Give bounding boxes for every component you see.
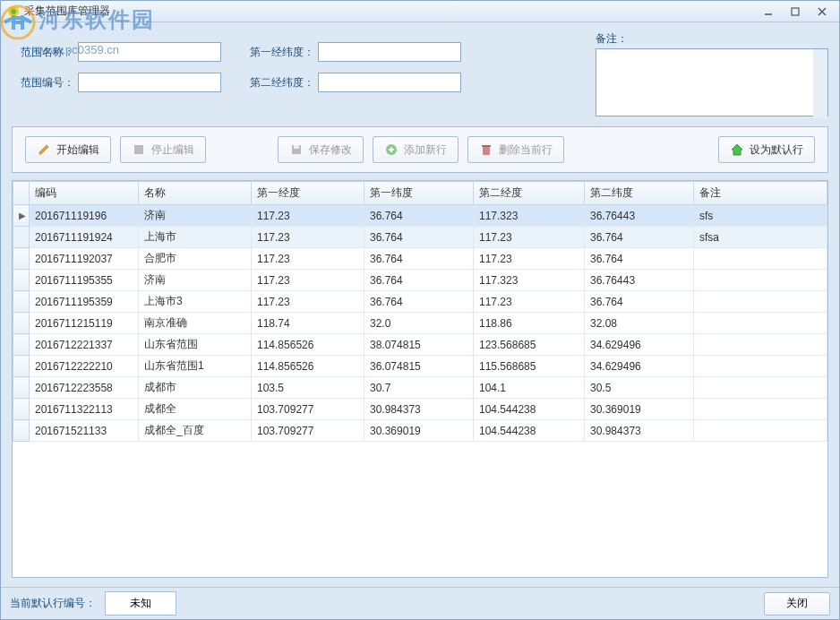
cell-remark[interactable] [694,248,827,270]
close-button[interactable] [810,4,834,19]
cell-lon2[interactable]: 117.323 [474,205,585,227]
cell-code[interactable]: 2016711195359 [30,291,139,313]
cell-lat1[interactable]: 36.764 [364,248,474,270]
cell-lon2[interactable]: 123.568685 [474,334,585,356]
cell-lat1[interactable]: 32.0 [364,313,474,334]
delete-row-button[interactable]: 删除当前行 [467,136,564,163]
row-selector[interactable] [13,334,30,356]
cell-lat2[interactable]: 30.5 [585,377,694,399]
table-row[interactable]: 2016712223558成都市103.530.7104.130.5 [13,377,827,399]
cell-lon1[interactable]: 103.709277 [252,420,364,442]
cell-code[interactable]: 2016712223558 [30,377,139,399]
cell-lat1[interactable]: 38.074815 [364,334,474,356]
col-lat1[interactable]: 第一纬度 [364,182,474,205]
cell-code[interactable]: 2016712221337 [30,334,139,356]
maximize-button[interactable] [784,4,807,19]
row-selector[interactable] [13,399,30,420]
cell-lat1[interactable]: 30.7 [364,377,474,399]
cell-remark[interactable] [694,313,827,334]
col-code[interactable]: 编码 [30,182,139,205]
cell-code[interactable]: 2016711322113 [30,399,139,420]
code-input[interactable] [78,73,221,92]
cell-remark[interactable] [694,420,827,442]
row-selector[interactable] [13,377,30,399]
cell-code[interactable]: 2016712222210 [30,356,139,377]
cell-name[interactable]: 济南 [139,270,252,291]
cell-lon2[interactable]: 104.1 [474,377,585,399]
cell-lat1[interactable]: 36.764 [364,205,474,227]
cell-name[interactable]: 上海市3 [139,291,252,313]
row-selector[interactable] [13,248,30,270]
table-row[interactable]: 2016711195359上海市3117.2336.764117.2336.76… [13,291,827,313]
save-button[interactable]: 保存修改 [278,136,364,163]
cell-name[interactable]: 上海市 [139,227,252,248]
row-selector[interactable] [13,227,30,248]
table-row[interactable]: 2016711195355济南117.2336.764117.32336.764… [13,270,827,291]
cell-code[interactable]: 2016711195355 [30,270,139,291]
cell-lon2[interactable]: 104.544238 [474,420,585,442]
table-row[interactable]: 201671521133成都全_百度103.70927730.369019104… [13,420,827,442]
cell-lon2[interactable]: 117.23 [474,227,585,248]
cell-lon1[interactable]: 117.23 [252,270,364,291]
cell-lon1[interactable]: 117.23 [252,248,364,270]
cell-lon1[interactable]: 117.23 [252,227,364,248]
coord1-input[interactable] [318,42,461,62]
row-selector[interactable] [13,313,30,334]
close-footer-button[interactable]: 关闭 [764,592,830,616]
cell-lat1[interactable]: 36.764 [364,227,474,248]
start-edit-button[interactable]: 开始编辑 [25,136,111,163]
cell-lat1[interactable]: 36.074815 [364,356,474,377]
cell-lat2[interactable]: 36.764 [585,291,694,313]
name-input[interactable] [78,42,221,62]
cell-name[interactable]: 山东省范围 [139,334,252,356]
row-selector[interactable] [13,420,30,442]
cell-code[interactable]: 201671119196 [30,205,139,227]
data-table[interactable]: 编码 名称 第一经度 第一纬度 第二经度 第二纬度 备注 ▶2016711191… [13,181,827,442]
cell-name[interactable]: 南京准确 [139,313,252,334]
cell-lat2[interactable]: 36.764 [585,248,694,270]
cell-lon2[interactable]: 104.544238 [474,399,585,420]
cell-lat2[interactable]: 36.764 [585,227,694,248]
cell-lat2[interactable]: 30.369019 [585,399,694,420]
cell-name[interactable]: 成都全_百度 [139,420,252,442]
cell-lon1[interactable]: 118.74 [252,313,364,334]
row-selector[interactable]: ▶ [13,205,30,227]
cell-lon2[interactable]: 117.23 [474,291,585,313]
cell-name[interactable]: 山东省范围1 [139,356,252,377]
set-default-button[interactable]: 设为默认行 [718,136,815,163]
table-row[interactable]: 2016712221337山东省范围114.85652638.074815123… [13,334,827,356]
col-lon2[interactable]: 第二经度 [474,182,585,205]
cell-lat2[interactable]: 34.629496 [585,356,694,377]
col-remark[interactable]: 备注 [694,182,827,205]
table-row[interactable]: 2016711322113成都全103.70927730.984373104.5… [13,399,827,420]
row-selector[interactable] [13,291,30,313]
cell-code[interactable]: 2016711192037 [30,248,139,270]
cell-code[interactable]: 201671521133 [30,420,139,442]
col-lat2[interactable]: 第二纬度 [585,182,694,205]
cell-remark[interactable] [694,291,827,313]
remark-textarea[interactable] [596,48,828,116]
cell-remark[interactable]: sfsa [694,227,827,248]
cell-lat1[interactable]: 30.369019 [364,420,474,442]
cell-name[interactable]: 成都市 [139,377,252,399]
cell-remark[interactable] [694,377,827,399]
table-row[interactable]: 2016711192037合肥市117.2336.764117.2336.764 [13,248,827,270]
cell-lat2[interactable]: 36.76443 [585,205,694,227]
add-row-button[interactable]: 添加新行 [373,136,459,163]
table-row[interactable]: ▶201671119196济南117.2336.764117.32336.764… [13,205,827,227]
cell-remark[interactable] [694,270,827,291]
cell-lon2[interactable]: 115.568685 [474,356,585,377]
table-row[interactable]: 2016712222210山东省范围1114.85652636.07481511… [13,356,827,377]
cell-remark[interactable] [694,399,827,420]
cell-lat2[interactable]: 36.76443 [585,270,694,291]
table-row[interactable]: 2016711215119南京准确118.7432.0118.8632.08 [13,313,827,334]
cell-lat1[interactable]: 36.764 [364,270,474,291]
cell-name[interactable]: 合肥市 [139,248,252,270]
cell-lon2[interactable]: 117.323 [474,270,585,291]
cell-lat1[interactable]: 30.984373 [364,399,474,420]
table-row[interactable]: 2016711191924上海市117.2336.764117.2336.764… [13,227,827,248]
cell-lon2[interactable]: 118.86 [474,313,585,334]
cell-name[interactable]: 成都全 [139,399,252,420]
coord2-input[interactable] [318,73,461,92]
row-selector[interactable] [13,270,30,291]
